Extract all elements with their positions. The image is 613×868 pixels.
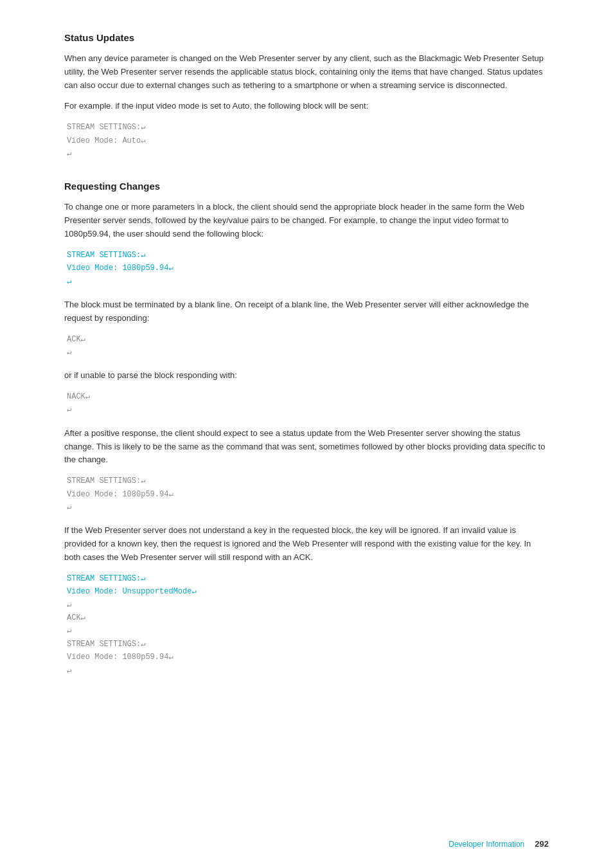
code-line: ↵ <box>67 599 549 611</box>
code-line: Video Mode: Auto↵ <box>67 134 549 147</box>
requesting-changes-para-5: If the Web Presenter server does not und… <box>64 524 549 564</box>
code-line: STREAM SETTINGS:↵ <box>67 638 549 651</box>
code-line: Video Mode: 1080p59.94↵ <box>67 488 549 501</box>
code-line: STREAM SETTINGS:↵ <box>67 121 549 134</box>
footer-label: Developer Information <box>449 840 524 849</box>
code-block-status-auto: STREAM SETTINGS:↵ Video Mode: Auto↵ ↵ <box>64 121 549 160</box>
section-requesting-changes: Requesting Changes To change one or more… <box>64 181 549 677</box>
status-updates-para-2: For example. if the input video mode is … <box>64 100 549 113</box>
code-line: NACK↵ <box>67 390 549 403</box>
code-line: ↵ <box>67 624 549 637</box>
code-block-change-1080: STREAM SETTINGS:↵ Video Mode: 1080p59.94… <box>64 249 549 288</box>
code-line: ACK↵ <box>67 333 549 346</box>
page-container: Status Updates When any device parameter… <box>0 0 613 868</box>
code-line: STREAM SETTINGS:↵ <box>67 475 549 487</box>
heading-requesting-changes: Requesting Changes <box>64 181 549 194</box>
footer-page-number: 292 <box>535 839 549 849</box>
requesting-changes-para-2: The block must be terminated by a blank … <box>64 298 549 325</box>
section-status-updates: Status Updates When any device parameter… <box>64 32 549 160</box>
code-line: ↵ <box>67 403 549 416</box>
code-line: ↵ <box>67 275 549 288</box>
heading-status-updates: Status Updates <box>64 32 549 46</box>
code-block-status-update: STREAM SETTINGS:↵ Video Mode: 1080p59.94… <box>64 475 549 514</box>
requesting-changes-para-1: To change one or more parameters in a bl… <box>64 201 549 240</box>
code-block-unsupported: STREAM SETTINGS:↵ Video Mode: Unsupporte… <box>64 572 549 677</box>
code-line: ↵ <box>67 501 549 514</box>
code-line: STREAM SETTINGS:↵ <box>67 572 549 585</box>
code-line: Video Mode: 1080p59.94↵ <box>67 262 549 275</box>
code-block-ack-1: ACK↵ ↵ <box>64 333 549 359</box>
requesting-changes-para-3: or if unable to parse the block respondi… <box>64 369 549 383</box>
code-line: Video Mode: 1080p59.94↵ <box>67 651 549 664</box>
code-line: ACK↵ <box>67 611 549 624</box>
code-line: Video Mode: UnsupportedMode↵ <box>67 585 549 598</box>
status-updates-para-1: When any device parameter is changed on … <box>64 52 549 92</box>
requesting-changes-para-4: After a positive response, the client sh… <box>64 427 549 467</box>
code-block-nack: NACK↵ ↵ <box>64 390 549 417</box>
code-line: ↵ <box>67 664 549 677</box>
page-footer: Developer Information 292 <box>449 839 549 849</box>
code-line: STREAM SETTINGS:↵ <box>67 249 549 262</box>
code-line: ↵ <box>67 346 549 359</box>
code-line: ↵ <box>67 147 549 160</box>
